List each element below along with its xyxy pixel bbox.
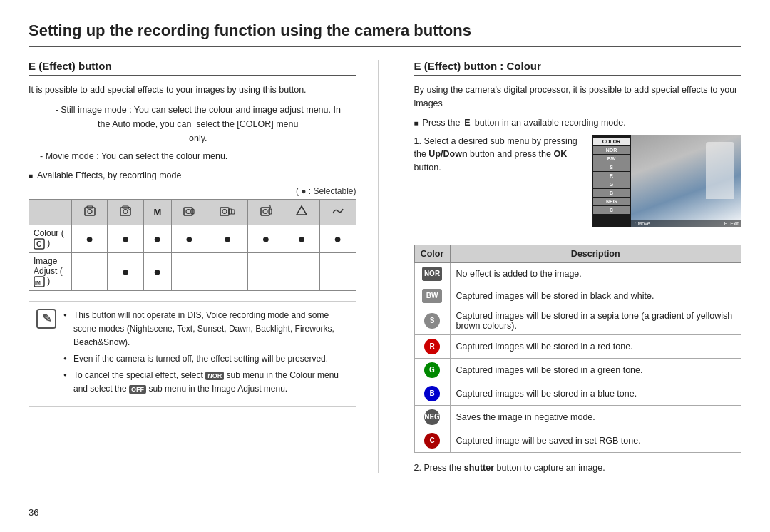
color-row-c: C Captured image will be saved in set RG…: [414, 429, 741, 452]
color-icon-neg: NEG: [414, 405, 450, 429]
note-item-1: This button will not operate in DIS, Voi…: [63, 309, 349, 350]
cam-menu-r: R: [593, 172, 630, 180]
diagonal-header: [29, 199, 72, 225]
camera-photo-area: ↕ Move E Exit: [631, 135, 741, 227]
available-effects-label: Available Effects, by recording mode: [29, 170, 356, 180]
svg-marker-18: [297, 206, 307, 215]
cam-menu-bw: BW: [593, 155, 630, 163]
color-desc-neg: Saves the image in negative mode.: [450, 405, 741, 429]
note-box: ✎ This button will not operate in DIS, V…: [29, 301, 356, 407]
color-row-r: R Captured images will be stored in a re…: [414, 334, 741, 358]
color-desc-c: Captured image will be saved in set RGB …: [450, 429, 741, 452]
effects-table: C M A: [29, 199, 356, 291]
page-title: Setting up the recording function using …: [29, 21, 741, 47]
color-desc-g: Captured images will be stored in a gree…: [450, 358, 741, 382]
color-icon-nor: NOR: [414, 262, 450, 285]
color-row-neg: NEG Saves the image in negative mode.: [414, 405, 741, 429]
left-intro: It is possible to add special effects to…: [29, 83, 356, 97]
image-adjust-label: Image Adjust ( IM ): [29, 252, 72, 290]
step2-text: 2. Press the shutter button to capture a…: [414, 463, 742, 473]
mode-icon-4: [207, 199, 248, 225]
color-icon-c: C: [414, 429, 450, 452]
svg-text:A: A: [269, 205, 272, 209]
cam-menu-b: B: [593, 189, 630, 197]
camera-bottom-bar: ↕ Move E Exit: [631, 220, 741, 227]
mode-icon-7: [319, 199, 356, 225]
color-description-table: Color Description NOR No effect is added…: [414, 245, 742, 453]
svg-point-8: [186, 209, 190, 213]
svg-text:C: C: [36, 240, 41, 248]
camera-ui-mockup: COLOR NOR BW S R G B NEG C ↕ Mo: [592, 135, 741, 227]
mode-icon-5: A: [248, 199, 284, 225]
left-column: E (Effect) button It is possible to add …: [29, 60, 379, 473]
color-icon-g: G: [414, 358, 450, 382]
colour-row: Colour ( C ) ● ● ● ● ● ● ● ●: [29, 225, 356, 252]
right-section-heading: E (Effect) button : Colour: [414, 60, 742, 76]
mode-icon-6: [284, 199, 319, 225]
right-column: E (Effect) button : Colour By using the …: [407, 60, 742, 473]
cam-menu-g: G: [593, 180, 630, 188]
cam-menu-s: S: [593, 163, 630, 171]
color-row-nor: NOR No effect is added to the image.: [414, 262, 741, 285]
col-header-description: Description: [450, 245, 741, 262]
movie-mode-note: - Movie mode : You can select the colour…: [40, 150, 356, 163]
camera-menu-sidebar: COLOR NOR BW S R G B NEG C: [592, 135, 631, 227]
cam-menu-neg: NEG: [593, 198, 630, 205]
color-desc-bw: Captured images will be stored in black …: [450, 285, 741, 307]
color-icon-b: B: [414, 382, 450, 405]
col-header-color: Color: [414, 245, 450, 262]
color-icon-r: R: [414, 334, 450, 358]
still-image-mode-note: - Still image mode : You can select the …: [40, 103, 356, 145]
note-item-2: Even if the camera is turned off, the ef…: [63, 352, 349, 366]
svg-rect-10: [220, 208, 229, 215]
svg-point-4: [123, 209, 128, 213]
color-desc-nor: No effect is added to the image.: [450, 262, 741, 285]
cam-menu-nor: NOR: [593, 146, 630, 154]
svg-text:IM: IM: [35, 280, 41, 285]
cam-menu-color: COLOR: [593, 138, 630, 145]
right-intro: By using the camera's digital processor,…: [414, 83, 742, 111]
color-icon-s: S: [414, 307, 450, 334]
mode-icon-s: [171, 199, 207, 225]
mode-icon-1: [72, 199, 108, 225]
page-number: 36: [29, 507, 38, 518]
cam-menu-c: C: [593, 206, 630, 214]
svg-point-1: [88, 209, 92, 213]
svg-point-11: [222, 209, 227, 213]
svg-point-15: [263, 209, 267, 213]
left-section-heading: E (Effect) button: [29, 60, 356, 76]
note-item-3: To cancel the special effect, select NOR…: [63, 369, 349, 396]
color-row-g: G Captured images will be stored in a gr…: [414, 358, 741, 382]
press-note: Press the E button in an available recor…: [414, 118, 742, 128]
color-icon-bw: BW: [414, 285, 450, 307]
mode-icon-2: C: [108, 199, 143, 225]
note-icon: ✎: [36, 309, 56, 329]
color-desc-r: Captured images will be stored in a red …: [450, 334, 741, 358]
note-content: This button will not operate in DIS, Voi…: [63, 309, 349, 399]
color-row-s: S Captured images will be stored in a se…: [414, 307, 741, 334]
svg-rect-0: [85, 208, 95, 215]
color-desc-b: Captured images will be stored in a blue…: [450, 382, 741, 405]
colour-label: Colour ( C ): [29, 225, 72, 252]
svg-text:C: C: [128, 206, 131, 210]
step1-text: 1. Select a desired sub menu by pressing…: [414, 135, 585, 175]
selectable-note: ( ● : Selectable): [29, 186, 356, 196]
color-row-b: B Captured images will be stored in a bl…: [414, 382, 741, 405]
color-desc-s: Captured images will be stored in a sepi…: [450, 307, 741, 334]
svg-rect-13: [232, 210, 235, 214]
mode-icon-m: M: [143, 199, 171, 225]
image-adjust-row: Image Adjust ( IM ) ● ●: [29, 252, 356, 290]
color-row-bw: BW Captured images will be stored in bla…: [414, 285, 741, 307]
